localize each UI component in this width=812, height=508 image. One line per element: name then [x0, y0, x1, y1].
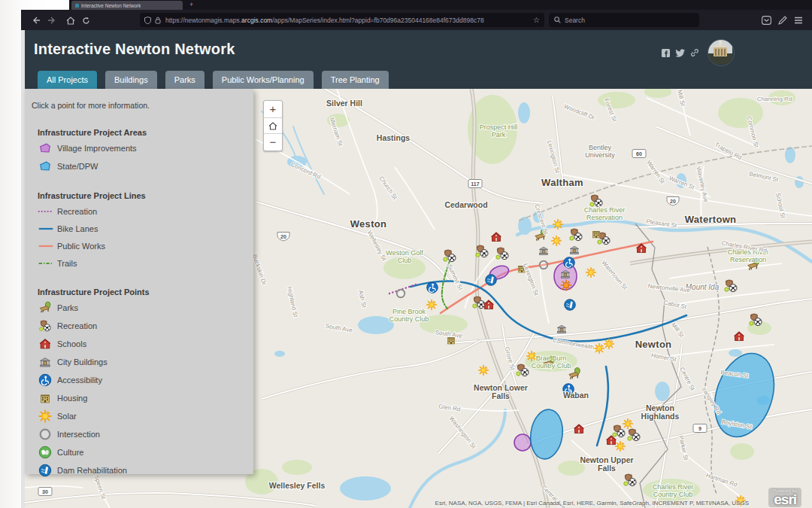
favicon [75, 4, 79, 8]
tab-public-works-planning[interactable]: Public Works/Planning [213, 71, 314, 89]
app-header: Interactive Newton Network All ProjectsB… [25, 30, 812, 89]
legend-item-label: Bike Lanes [57, 224, 98, 233]
section-heading: Infrastructure Project Areas [38, 128, 253, 137]
marker-housing[interactable] [448, 338, 455, 344]
url-bar[interactable]: https://newtonmagis.maps.arcgis.com/apps… [140, 13, 544, 27]
legend-item-label: City Buildings [57, 357, 108, 367]
marker-intersection[interactable] [397, 290, 405, 298]
app-tab-bar: All ProjectsBuildingsParksPublic Works/P… [38, 71, 389, 89]
legend-item-recreation: Recreation [38, 205, 253, 217]
browser-toolbar: https://newtonmagis.maps.arcgis.com/apps… [21, 10, 812, 30]
zoom-in-button[interactable]: + [264, 101, 282, 117]
legend-item-label: Village Improvements [57, 144, 137, 153]
search-placeholder: Search [565, 17, 585, 24]
map-home-button[interactable] [264, 117, 282, 134]
home-icon[interactable] [63, 15, 78, 26]
back-icon[interactable] [29, 15, 44, 26]
accessibility-icon [38, 373, 54, 387]
legend-section-areas: Infrastructure Project Areas Village Imp… [38, 128, 253, 173]
legend-item-housing: Housing [38, 391, 253, 405]
section-heading: Infrastructure Project Points [38, 287, 253, 297]
search-bar[interactable]: Search [549, 13, 699, 27]
twitter-icon[interactable] [675, 49, 685, 57]
marker-intersection[interactable] [540, 261, 548, 269]
map-label-waban: Waban [563, 391, 589, 400]
map-zoom-control: + − [263, 100, 283, 151]
map-label-mount-ida: Mount Ida [686, 283, 720, 291]
facebook-icon[interactable] [662, 49, 670, 57]
culture-icon [38, 446, 54, 459]
legend-item-label: Recreation [57, 321, 97, 330]
marker-accessibility[interactable] [564, 257, 575, 269]
lock-icon [155, 17, 161, 24]
marker-accessibility[interactable] [427, 282, 438, 294]
toolbar-right-icons [762, 16, 812, 25]
lsw-publicworks-icon [38, 242, 54, 250]
map-label-channing-rd: Channing Rd [757, 96, 792, 102]
menu-hamburger-icon[interactable] [794, 17, 803, 24]
map-label-weston: Weston [350, 218, 387, 230]
route-shield-117: 117 [468, 180, 482, 188]
legend-item-public-works: Public Works [38, 239, 253, 252]
map-label-cedarwood: Cedarwood [444, 200, 487, 209]
marker-dam[interactable] [565, 300, 576, 311]
browser-tab[interactable]: Interactive Newton Network [71, 1, 183, 10]
bookmark-star-icon[interactable]: ☆ [533, 16, 540, 24]
sw-state-icon [38, 160, 54, 173]
svg-text:20: 20 [280, 234, 286, 239]
tab-buildings[interactable]: Buildings [105, 71, 157, 89]
instruction-text: Click a point for more information. [32, 101, 253, 110]
pocket-icon[interactable] [762, 16, 771, 25]
legend-item-bike-lanes: Bike Lanes [38, 222, 253, 235]
share-link-icon[interactable] [690, 48, 699, 57]
legend-item-label: Housing [57, 394, 87, 403]
zoom-out-button[interactable]: − [264, 134, 282, 151]
parks-icon [38, 301, 54, 315]
legend-item-label: Culture [57, 448, 83, 457]
lsw-trails-icon [38, 260, 54, 267]
legend-item-schools: Schools [38, 337, 253, 351]
tab-all-projects[interactable]: All Projects [38, 71, 97, 89]
sw-village-icon [38, 141, 54, 155]
screenshot-stage: Interactive Newton Network + https://new… [0, 0, 812, 508]
map-label-charles-river-reservation: Charles RiverReservation [584, 206, 626, 221]
esri-logo: Powered by esri [768, 488, 801, 507]
marker-housing[interactable] [593, 232, 600, 238]
avatar[interactable] [707, 39, 735, 66]
map-label-hastings: Hastings [377, 133, 411, 142]
tab-parks[interactable]: Parks [165, 71, 205, 89]
legend-item-label: Intersection [57, 430, 100, 439]
new-tab-button[interactable]: + [189, 0, 193, 10]
svg-text:20: 20 [670, 199, 676, 204]
search-icon [554, 17, 561, 23]
reload-icon[interactable] [78, 15, 93, 26]
shield-icon[interactable] [144, 17, 151, 24]
legend-item-solar: Solar [38, 409, 253, 423]
svg-text:117: 117 [471, 181, 479, 187]
url-text[interactable]: https://newtonmagis.maps.arcgis.com/apps… [165, 17, 530, 24]
home-extent-icon [268, 122, 277, 130]
edit-pencil-icon[interactable] [778, 16, 787, 25]
legend-item-label: Accessibility [57, 376, 102, 385]
housing-icon [38, 391, 54, 405]
svg-text:30: 30 [42, 489, 48, 494]
legend-item-city-buildings: City Buildings [38, 355, 253, 369]
map-label-charles-river-country-club: Charles RiverCountry Club [653, 483, 694, 498]
map-label-brae-burn-country-club: Brae BurnCountry Club [532, 354, 571, 370]
social-icons [662, 48, 699, 57]
legend-item-recreation: Recreation [38, 319, 253, 333]
browser-tab-strip: Interactive Newton Network + [69, 0, 812, 10]
legend-item-dam-rehabilitation: Dam Rehabilitation [38, 464, 253, 477]
map-label-pine-brook-country-club: Pine BrookCountry Club [389, 308, 429, 323]
schools-icon [38, 337, 54, 351]
marker-dam[interactable] [486, 275, 497, 286]
village-improvement-area[interactable] [514, 434, 531, 451]
map-label-newton-highlands: NewtonHighlands [641, 403, 680, 421]
tab-tree-planting[interactable]: Tree Planting [322, 71, 389, 89]
legend-item-state-dpw: State/DPW [38, 160, 253, 173]
legend-item-accessibility: Accessibility [38, 373, 253, 387]
legend-item-trails: Trails [38, 257, 253, 269]
browser-tab-title: Interactive Newton Network [81, 3, 141, 8]
route-shield-9: 9 [693, 424, 707, 433]
forward-icon[interactable] [44, 15, 59, 26]
